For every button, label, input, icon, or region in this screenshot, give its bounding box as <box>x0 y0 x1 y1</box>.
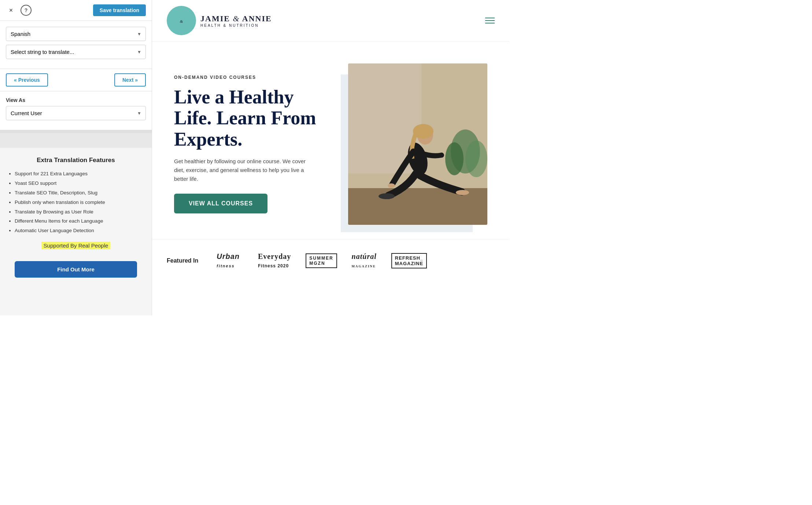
hamburger-line-1 <box>485 18 495 18</box>
hero-text: ON-DEMAND VIDEO COURSES Live a Healthy L… <box>174 75 333 213</box>
hero-eyebrow: ON-DEMAND VIDEO COURSES <box>174 75 333 80</box>
hamburger-line-2 <box>485 20 495 21</box>
featured-label: Featured In <box>167 257 198 264</box>
view-as-select-wrapper: Current User Guest Subscriber Administra… <box>6 106 146 120</box>
extra-features-section: Extra Translation Features Support for 2… <box>0 148 152 315</box>
language-select-wrapper: Spanish French German Italian Portuguese… <box>6 27 146 41</box>
logo-subtitle: HEALTH & NUTRITION <box>200 23 272 28</box>
svg-point-5 <box>465 140 487 177</box>
list-item: Translate SEO Title, Description, Slug <box>15 190 144 197</box>
previous-button[interactable]: « Previous <box>6 73 48 87</box>
featured-section: Featured In Urbanfitness EverydayFitness… <box>152 239 509 282</box>
logo-circle: & <box>167 6 196 35</box>
site-nav: & JAMIE & ANNIE HEALTH & NUTRITION <box>152 0 509 41</box>
view-all-courses-button[interactable]: View All Courses <box>174 194 267 213</box>
view-as-label: View As <box>6 97 146 103</box>
brand-natural-magazine: natúralMAGAZINE <box>348 251 380 271</box>
list-item: Automatic User Language Detection <box>15 227 144 234</box>
view-as-section: View As Current User Guest Subscriber Ad… <box>0 91 152 130</box>
svg-point-13 <box>456 190 469 195</box>
hamburger-line-3 <box>485 23 495 23</box>
list-item: Yoast SEO support <box>15 180 144 187</box>
hero-section: ON-DEMAND VIDEO COURSES Live a Healthy L… <box>152 41 509 239</box>
logo-icon: & <box>170 10 192 32</box>
top-bar: × ? Save translation <box>0 0 152 21</box>
supported-wrapper: Supported By Real People <box>7 242 144 255</box>
logo-text: JAMIE & ANNIE HEALTH & NUTRITION <box>200 14 272 28</box>
navigation-buttons: « Previous Next » <box>0 69 152 91</box>
logo-name: JAMIE & ANNIE <box>200 14 272 23</box>
svg-point-11 <box>388 183 395 188</box>
svg-point-6 <box>445 142 464 175</box>
brand-refresh-magazine: REFRESH_MAGAZINE <box>391 253 427 268</box>
divider <box>0 130 152 133</box>
brand-summer-mgzn: SUMMERMGZN <box>306 253 337 268</box>
close-button[interactable]: × <box>6 5 16 15</box>
supported-by-text: Supported By Real People <box>41 242 111 249</box>
next-button[interactable]: Next » <box>114 73 146 87</box>
list-item: Translate by Browsing as User Role <box>15 209 144 216</box>
yoga-figure-svg <box>348 63 487 225</box>
left-panel: × ? Save translation Spanish French Germ… <box>0 0 152 315</box>
features-list: Support for 221 Extra Languages Yoast SE… <box>7 171 144 234</box>
hero-body: Get healthier by following our online co… <box>174 157 313 183</box>
language-select[interactable]: Spanish French German Italian Portuguese <box>6 27 146 41</box>
list-item: Support for 221 Extra Languages <box>15 171 144 178</box>
brand-everyday-fitness: EverydayFitness 2020 <box>254 251 295 271</box>
help-button[interactable]: ? <box>21 5 32 16</box>
hero-image-area <box>348 63 495 225</box>
svg-point-12 <box>379 193 395 199</box>
extra-features-title: Extra Translation Features <box>7 157 144 164</box>
string-select-wrapper: Select string to translate... ▼ <box>6 45 146 59</box>
hero-image <box>348 63 487 225</box>
find-out-more-button[interactable]: Find Out More <box>15 261 137 278</box>
logo-area: & JAMIE & ANNIE HEALTH & NUTRITION <box>167 6 272 35</box>
svg-text:&: & <box>180 19 183 23</box>
hero-heading: Live a Healthy Life. Learn From Experts. <box>174 87 333 150</box>
brand-urban-fitness: Urbanfitness <box>213 251 243 271</box>
list-item: Different Menu Items for each Language <box>15 218 144 225</box>
language-section: Spanish French German Italian Portuguese… <box>0 21 152 69</box>
large-divider <box>0 133 152 148</box>
string-select[interactable]: Select string to translate... <box>6 45 146 59</box>
hamburger-menu-button[interactable] <box>485 18 495 23</box>
list-item: Publish only when translation is complet… <box>15 199 144 206</box>
save-translation-button[interactable]: Save translation <box>93 4 146 16</box>
main-content: & JAMIE & ANNIE HEALTH & NUTRITION ON-DE… <box>152 0 509 315</box>
view-as-select[interactable]: Current User Guest Subscriber Administra… <box>6 106 146 120</box>
